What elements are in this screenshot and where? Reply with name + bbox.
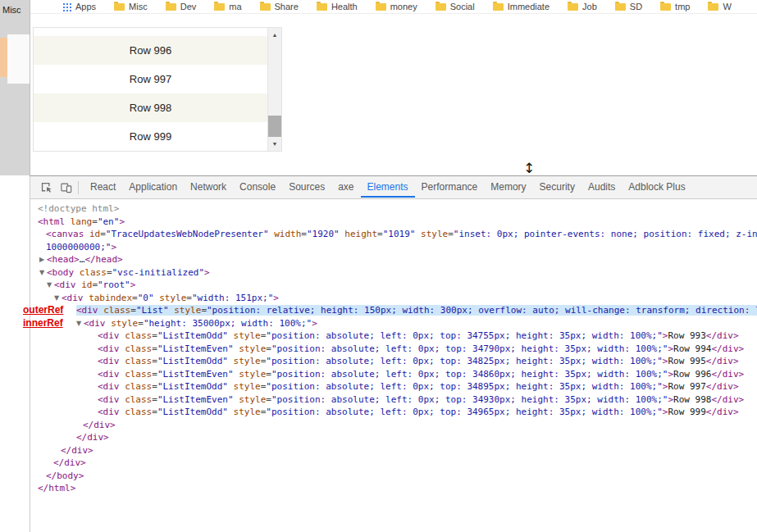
- elements-node[interactable]: <div class="ListItemEven" style="positio…: [30, 393, 757, 407]
- bookmarks-bar: AppsMiscDevmaShareHealthmoneySocialImmed…: [30, 0, 757, 14]
- tab-adblock-plus[interactable]: Adblock Plus: [622, 176, 691, 198]
- elements-node[interactable]: </div>: [30, 457, 757, 470]
- list-item: Row 997: [34, 65, 267, 93]
- elements-tree: <!doctype html><html lang="en"><canvas i…: [30, 202, 757, 495]
- folder-icon: [436, 3, 446, 11]
- elements-node[interactable]: <html lang="en">: [30, 216, 757, 229]
- bookmark-label: SD: [630, 2, 642, 11]
- elements-selected-node[interactable]: outerRef<div class="List" style="positio…: [30, 304, 757, 317]
- elements-node[interactable]: </html>: [30, 482, 757, 495]
- bookmark-social[interactable]: Social: [426, 2, 484, 11]
- bookmark-label: Job: [582, 2, 597, 11]
- inspect-icon[interactable]: [37, 177, 57, 198]
- tab-console[interactable]: Console: [233, 176, 282, 198]
- bookmark-money[interactable]: money: [367, 2, 426, 11]
- elements-node[interactable]: <div class="ListItemEven" style="positio…: [30, 368, 757, 381]
- tab-memory[interactable]: Memory: [484, 176, 532, 198]
- elements-node[interactable]: innerRef▼<div style="height: 35000px; wi…: [30, 317, 757, 330]
- toolbar-separator: [78, 181, 79, 194]
- bookmark-w[interactable]: W: [699, 2, 740, 11]
- list-scrollbar[interactable]: ▲ ▼: [267, 28, 281, 151]
- folder-icon: [376, 3, 386, 11]
- tab-react[interactable]: React: [84, 176, 122, 198]
- elements-node[interactable]: <div class="ListItemOdd" style="position…: [30, 406, 757, 419]
- expand-toggle-icon[interactable]: ▼: [39, 266, 47, 280]
- bookmark-label: Social: [450, 2, 475, 11]
- elements-node[interactable]: </div>: [30, 444, 757, 457]
- folder-icon: [568, 3, 578, 11]
- tab-audits[interactable]: Audits: [581, 176, 622, 198]
- bookmark-share[interactable]: Share: [251, 2, 308, 11]
- folder-icon: [214, 3, 225, 11]
- elements-node[interactable]: <div class="ListItemOdd" style="position…: [30, 380, 757, 393]
- elements-node[interactable]: ▼<body class="vsc-initialized">: [30, 266, 757, 280]
- list-rows: Row 996Row 997Row 998Row 999: [34, 28, 267, 151]
- expand-toggle-icon[interactable]: ▼: [47, 279, 54, 292]
- elements-node[interactable]: </body>: [30, 470, 757, 483]
- bookmark-immediate[interactable]: Immediate: [484, 2, 559, 11]
- folder-icon: [166, 3, 176, 11]
- elements-node[interactable]: <div class="ListItemOdd" style="position…: [30, 330, 757, 343]
- bookmark-label: Share: [275, 2, 299, 11]
- devtools-panel: ReactApplicationNetworkConsoleSourcesaxe…: [30, 175, 757, 532]
- scrollbar-down-icon[interactable]: ▼: [268, 137, 281, 151]
- elements-node[interactable]: ▼<div tabindex="0" style="width: 151px;"…: [30, 292, 757, 305]
- bookmark-label: Apps: [75, 2, 96, 11]
- devtools-tabs: ReactApplicationNetworkConsoleSourcesaxe…: [84, 176, 692, 198]
- left-strip-label: Misc: [0, 0, 30, 15]
- apps-grid-icon: [62, 2, 71, 11]
- bookmark-job[interactable]: Job: [559, 2, 606, 11]
- scrollbar-thumb[interactable]: [268, 116, 281, 137]
- folder-icon: [708, 3, 718, 11]
- bookmark-label: Immediate: [508, 2, 550, 11]
- bookmark-health[interactable]: Health: [308, 2, 367, 11]
- folder-icon: [114, 3, 125, 11]
- tab-performance[interactable]: Performance: [415, 176, 485, 198]
- bookmark-apps[interactable]: Apps: [53, 2, 105, 11]
- bookmark-label: tmp: [675, 2, 690, 11]
- elements-node[interactable]: ▶<head>…</head>: [30, 253, 757, 266]
- virtual-list[interactable]: Row 996Row 997Row 998Row 999 ▲ ▼: [33, 27, 282, 152]
- elements-node[interactable]: <!doctype html>: [30, 202, 757, 216]
- bookmark-dev[interactable]: Dev: [157, 2, 206, 11]
- folder-icon: [260, 3, 271, 11]
- tab-axe[interactable]: axe: [331, 176, 360, 198]
- folder-icon: [660, 3, 671, 11]
- annotation-outerRef: outerRef: [23, 304, 63, 317]
- bookmark-sd[interactable]: SD: [606, 2, 651, 11]
- elements-node[interactable]: </div>: [30, 419, 757, 432]
- elements-node[interactable]: <div class="ListItemEven" style="positio…: [30, 343, 757, 356]
- tab-elements[interactable]: Elements: [361, 176, 415, 198]
- tab-sources[interactable]: Sources: [282, 176, 331, 198]
- folder-icon: [493, 3, 504, 11]
- left-strip: Misc: [0, 0, 30, 175]
- elements-node[interactable]: 1000000000;">: [30, 241, 757, 254]
- elements-node[interactable]: </div>: [30, 431, 757, 444]
- bookmark-tmp[interactable]: tmp: [651, 2, 699, 11]
- left-strip-accent: [0, 38, 7, 77]
- tab-network[interactable]: Network: [184, 176, 233, 198]
- scrollbar-up-icon[interactable]: ▲: [268, 28, 281, 42]
- bookmark-label: Health: [331, 2, 358, 11]
- bookmark-misc[interactable]: Misc: [105, 2, 157, 11]
- tab-security[interactable]: Security: [533, 176, 581, 198]
- elements-node[interactable]: <div class="ListItemOdd" style="position…: [30, 355, 757, 368]
- list-item: Row 998: [34, 93, 267, 122]
- annotation-innerRef: innerRef: [23, 317, 63, 330]
- bookmark-label: ma: [229, 2, 241, 11]
- bookmark-ma[interactable]: ma: [205, 2, 250, 11]
- expand-toggle-icon[interactable]: ▼: [54, 292, 62, 305]
- bookmark-label: Dev: [180, 2, 197, 11]
- bookmark-label: money: [390, 2, 417, 11]
- bookmark-label: Misc: [129, 2, 148, 11]
- folder-icon: [615, 3, 626, 11]
- list-item: Row 996: [34, 36, 267, 65]
- expand-toggle-icon[interactable]: ▶: [39, 253, 47, 266]
- devtools-toolbar: ReactApplicationNetworkConsoleSourcesaxe…: [30, 176, 757, 199]
- tab-application[interactable]: Application: [122, 176, 184, 198]
- list-item: Row 999: [34, 122, 267, 151]
- expand-toggle-icon[interactable]: ▼: [76, 317, 84, 330]
- device-toolbar-icon[interactable]: [57, 177, 76, 198]
- elements-node[interactable]: ▼<div id="root">: [30, 279, 757, 292]
- elements-node[interactable]: <canvas id="TraceUpdatesWebNodePresenter…: [30, 228, 757, 241]
